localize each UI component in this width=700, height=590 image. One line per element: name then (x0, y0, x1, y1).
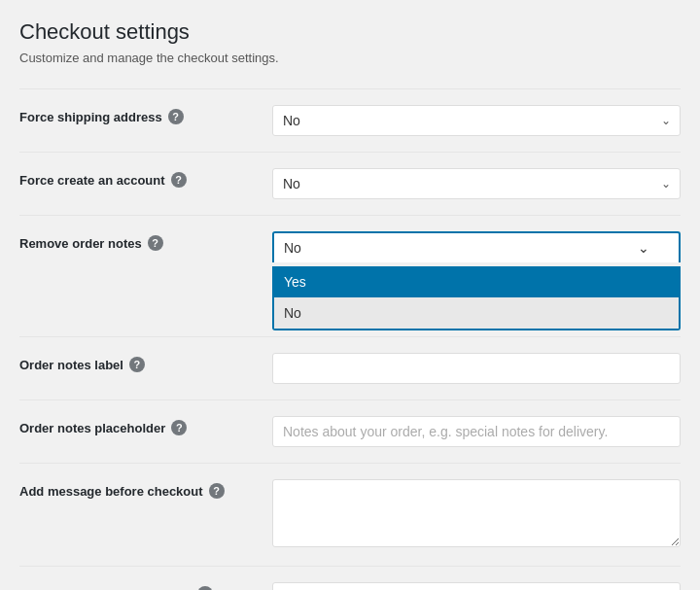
help-icon-force-account[interactable]: ? (171, 172, 187, 188)
page-subtitle: Customize and manage the checkout settin… (19, 51, 681, 65)
row-message-before: Add message before checkout ? (19, 463, 681, 566)
help-icon-notes-placeholder[interactable]: ? (171, 420, 187, 435)
input-order-notes-label[interactable] (272, 353, 681, 384)
input-cell-notes-label (272, 349, 681, 388)
row-remove-order-notes: Remove order notes ? No ⌄ Yes No (19, 215, 681, 278)
label-message-after: Add message after checkout ? (19, 578, 272, 590)
row-force-create-account: Force create an account ? No Yes ⌄ (19, 152, 681, 215)
select-remove-notes-value: No (284, 240, 301, 256)
label-remove-order-notes: Remove order notes ? (19, 227, 272, 259)
help-icon-msg-after[interactable]: ? (197, 586, 213, 590)
label-order-notes-label: Order notes label ? (19, 349, 272, 380)
select-wrapper-force-shipping: No Yes ⌄ (272, 105, 681, 136)
label-text-msg-before: Add message before checkout (19, 484, 203, 499)
input-cell-force-account: No Yes ⌄ (272, 164, 681, 203)
input-cell-notes-placeholder (272, 412, 681, 451)
input-cell-msg-after (272, 578, 681, 590)
label-force-shipping-address: Force shipping address ? (19, 101, 272, 132)
row-order-notes-label: Order notes label ? (19, 336, 681, 399)
input-cell-force-shipping: No Yes ⌄ (272, 101, 681, 140)
help-icon-msg-before[interactable]: ? (209, 483, 225, 499)
input-cell-msg-before (272, 475, 681, 554)
input-cell-remove-notes: No ⌄ Yes No (272, 227, 681, 266)
help-icon-force-shipping[interactable]: ? (168, 109, 184, 124)
row-force-shipping-address: Force shipping address ? No Yes ⌄ (19, 88, 681, 152)
label-text-remove-notes: Remove order notes (19, 236, 142, 251)
dropdown-option-yes[interactable]: Yes (274, 266, 679, 297)
page-title: Checkout settings (19, 19, 681, 45)
dropdown-list-remove-notes: Yes No (272, 266, 681, 330)
label-text-msg-after: Add message after checkout (19, 587, 192, 591)
dropdown-option-no[interactable]: No (274, 297, 679, 329)
label-text-notes-label: Order notes label (19, 358, 123, 372)
select-wrapper-remove-notes: No ⌄ (272, 231, 681, 262)
page-container: Checkout settings Customize and manage t… (0, 0, 700, 590)
label-message-before: Add message before checkout ? (19, 475, 272, 506)
select-force-account[interactable]: No Yes (272, 168, 681, 199)
chevron-down-icon-remove-notes: ⌄ (638, 240, 649, 256)
help-icon-notes-label[interactable]: ? (129, 357, 145, 372)
row-message-after: Add message after checkout ? (19, 566, 681, 590)
label-text-force-account: Force create an account (19, 173, 165, 188)
select-remove-notes-display[interactable]: No ⌄ (272, 231, 681, 262)
label-force-create-account: Force create an account ? (19, 164, 272, 195)
label-order-notes-placeholder: Order notes placeholder ? (19, 412, 272, 443)
input-order-notes-placeholder[interactable] (272, 416, 681, 447)
label-text-force-shipping: Force shipping address (19, 110, 162, 124)
textarea-message-after[interactable] (272, 582, 681, 590)
select-force-shipping[interactable]: No Yes (272, 105, 681, 136)
row-order-notes-placeholder: Order notes placeholder ? (19, 399, 681, 463)
textarea-message-before[interactable] (272, 479, 681, 547)
select-wrapper-force-account: No Yes ⌄ (272, 168, 681, 199)
help-icon-remove-notes[interactable]: ? (148, 235, 163, 251)
label-text-notes-placeholder: Order notes placeholder (19, 421, 165, 435)
